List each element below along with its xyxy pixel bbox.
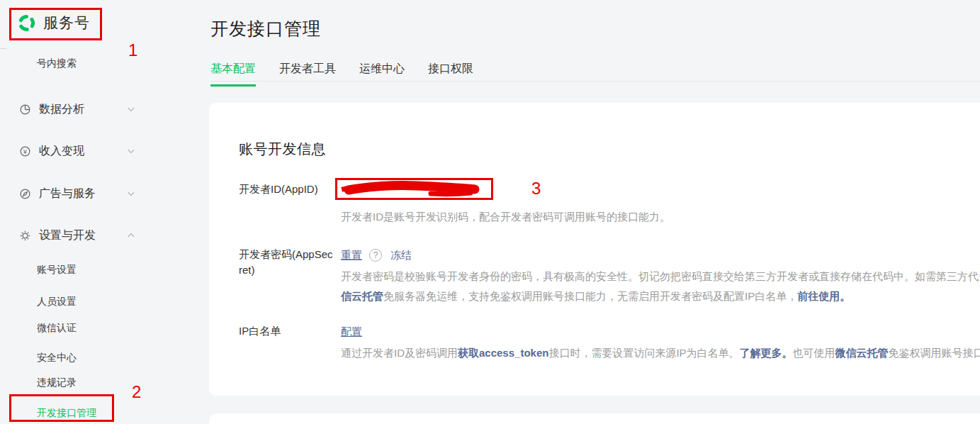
help-question-icon[interactable]	[369, 249, 382, 262]
sidebar-item-account-settings[interactable]: 账号设置	[37, 264, 77, 277]
appid-description: 开发者ID是账号开发识别码，配合开发者密码可调用账号的接口能力。	[341, 207, 980, 227]
yen-circle-icon: ¥	[18, 145, 32, 158]
annotation-number-2: 2	[132, 382, 141, 402]
appsecret-label: 开发者密码(AppSecret)	[239, 247, 341, 278]
tab-basic-configuration[interactable]: 基本配置	[210, 62, 256, 87]
ip-whitelist-description: 通过开发者ID及密码调用获取access_token接口时，需要设置访问来源IP…	[341, 343, 980, 363]
page-title: 开发接口管理	[210, 17, 321, 40]
sidebar-divider	[0, 48, 6, 49]
sidebar-section-monetization[interactable]: ¥ 收入变现	[18, 143, 136, 160]
go-use-link[interactable]: 前往使用。	[797, 290, 850, 302]
wechat-official-account-admin: { "annotations": { "n1": "1", "n2": "2",…	[0, 0, 980, 424]
sidebar-section-label: 收入变现	[39, 144, 126, 159]
wechat-cloud-hosting-link[interactable]: 微信云托管	[835, 347, 889, 359]
annotation-number-3: 3	[531, 179, 541, 199]
annotation-box-logo	[9, 8, 102, 40]
learn-more-link[interactable]: 了解更多。	[740, 347, 793, 359]
sidebar-item-wechat-verification[interactable]: 微信认证	[37, 322, 77, 335]
chevron-up-icon	[126, 230, 136, 240]
ip-whitelist-label: IP白名单	[239, 323, 341, 339]
chevron-down-icon	[126, 104, 136, 114]
chevron-down-icon	[126, 189, 136, 199]
access-token-link[interactable]: 获取access_token	[458, 347, 548, 359]
sidebar-section-label: 数据分析	[39, 102, 126, 117]
reset-appsecret-link[interactable]: 重置	[341, 249, 362, 262]
next-section-card	[209, 413, 980, 424]
tabs-divider	[210, 81, 980, 82]
appid-label: 开发者ID(AppID)	[239, 182, 341, 197]
sidebar-section-settings-development[interactable]: 设置与开发	[18, 227, 136, 244]
appsecret-description-line1: 开发者密码是校验账号开发者身份的密码，具有极高的安全性。切记勿把密码直接交给第三…	[341, 267, 980, 286]
cloud-hosting-link[interactable]: 信云托管	[341, 290, 383, 302]
sidebar-section-label: 广告与服务	[39, 186, 126, 201]
tab-ops-center[interactable]: 运维中心	[359, 62, 405, 87]
chevron-down-icon	[126, 146, 136, 156]
sidebar-section-data-analysis[interactable]: 数据分析	[18, 101, 136, 118]
card-title: 账号开发信息	[239, 140, 980, 159]
appsecret-row: 开发者密码(AppSecret) 重置 冻结 开发者密码是校验账号开发者身份的密…	[239, 247, 980, 306]
sidebar-section-ads-services[interactable]: 广告与服务	[18, 185, 136, 202]
pie-chart-icon	[18, 103, 32, 116]
gear-icon	[18, 229, 32, 242]
tab-api-permissions[interactable]: 接口权限	[428, 62, 473, 87]
svg-text:¥: ¥	[23, 147, 27, 155]
appsecret-description-line2: 信云托管免服务器免运维，支持免鉴权调用账号接口能力，无需启用开发者密码及配置IP…	[341, 286, 980, 306]
tab-developer-tools[interactable]: 开发者工具	[279, 62, 336, 87]
configure-ip-whitelist-link[interactable]: 配置	[341, 325, 362, 339]
ip-whitelist-row: IP白名单 配置 通过开发者ID及密码调用获取access_token接口时，需…	[239, 323, 980, 363]
freeze-appsecret-link[interactable]: 冻结	[390, 249, 412, 262]
tab-bar: 基本配置 开发者工具 运维中心 接口权限	[210, 62, 497, 87]
compass-icon	[18, 187, 32, 201]
sidebar-item-account-search[interactable]: 号内搜索	[37, 57, 77, 70]
annotation-box-dev-interface	[9, 394, 114, 422]
account-dev-info-card: 账号开发信息 开发者ID(AppID) 开发者ID是账号开发识别码，配合开发者密…	[209, 103, 980, 396]
appid-redaction-scribble	[339, 181, 489, 201]
sidebar-item-security-center[interactable]: 安全中心	[37, 352, 77, 364]
annotation-number-1: 1	[128, 40, 137, 60]
sidebar-item-staff-settings[interactable]: 人员设置	[37, 296, 77, 308]
sidebar-item-violation-records[interactable]: 违规记录	[37, 376, 77, 389]
sidebar-section-label: 设置与开发	[39, 228, 126, 243]
